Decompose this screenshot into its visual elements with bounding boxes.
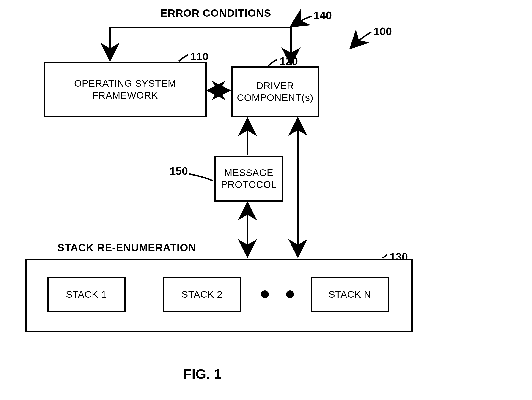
stack-1-box: STACK 1 [47, 277, 126, 312]
ref-120: 120 [279, 55, 298, 68]
figure-label: FIG. 1 [183, 366, 222, 382]
driver-component-text: DRIVER COMPONENT(s) [233, 80, 317, 104]
driver-component-box: DRIVER COMPONENT(s) [231, 66, 319, 117]
svg-point-0 [261, 290, 269, 298]
ref-140: 140 [313, 9, 332, 22]
error-conditions-label: ERROR CONDITIONS [160, 7, 271, 19]
stack-2-box: STACK 2 [163, 277, 241, 312]
ref-100: 100 [374, 25, 392, 38]
os-framework-text: OPERATING SYSTEM FRAMEWORK [45, 78, 205, 102]
stack-n-text: STACK N [329, 289, 371, 301]
message-protocol-box: MESSAGE PROTOCOL [214, 156, 283, 202]
diagram-canvas: ERROR CONDITIONS 140 100 OPERATING SYSTE… [0, 0, 532, 400]
os-framework-box: OPERATING SYSTEM FRAMEWORK [44, 62, 207, 117]
ref-110: 110 [190, 50, 209, 63]
stack-2-text: STACK 2 [182, 289, 223, 301]
stack-reenum-label: STACK RE-ENUMERATION [57, 241, 196, 254]
ellipsis-icon [251, 287, 308, 301]
stacks-container: STACK 1 STACK 2 STACK N [25, 258, 413, 332]
svg-point-1 [286, 290, 294, 298]
stack-n-box: STACK N [311, 277, 389, 312]
message-protocol-text: MESSAGE PROTOCOL [215, 167, 282, 191]
stack-1-text: STACK 1 [66, 289, 107, 301]
ref-150: 150 [170, 165, 188, 177]
